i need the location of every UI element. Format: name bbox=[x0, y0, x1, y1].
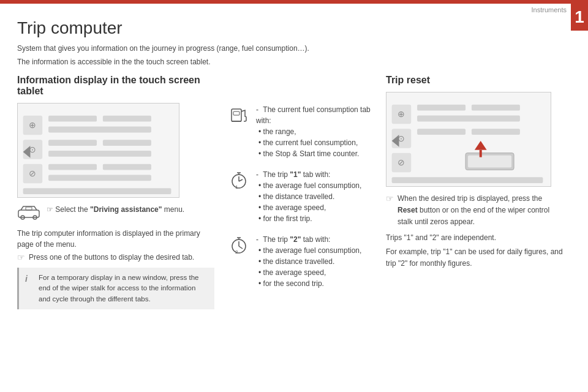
car-instruction-text: ☞ Select the "Driving assistance" menu. bbox=[47, 204, 184, 215]
trip-info-para1: The trip computer information is display… bbox=[17, 228, 214, 250]
svg-rect-46 bbox=[417, 116, 520, 122]
fuel-consumption-text: - The current fuel consumption tab with:… bbox=[256, 104, 374, 159]
svg-rect-12 bbox=[48, 151, 151, 157]
svg-rect-11 bbox=[103, 140, 151, 146]
trip2-item: 2 - The trip "2" tab with: the average f… bbox=[227, 234, 374, 289]
right-section-heading: Trip reset bbox=[386, 75, 564, 86]
svg-rect-37 bbox=[387, 92, 551, 186]
svg-rect-50 bbox=[468, 156, 511, 168]
arrow-icon: ☞ bbox=[17, 252, 25, 262]
svg-rect-23 bbox=[233, 111, 239, 115]
info-box-icon: i bbox=[25, 273, 34, 304]
info-box-text: For a temporary display in a new window,… bbox=[39, 273, 208, 304]
svg-rect-16 bbox=[23, 188, 172, 194]
intro-line2: The information is accessible in the the… bbox=[17, 56, 564, 67]
trips-independent-line: Trips "1" and "2" are independent. bbox=[386, 232, 564, 244]
reset-instruction: ☞ When the desired trip is displayed, pr… bbox=[386, 193, 564, 228]
fuel-consumption-item: - The current fuel consumption tab with:… bbox=[227, 104, 374, 159]
svg-rect-44 bbox=[417, 105, 466, 111]
svg-text:⊕: ⊕ bbox=[398, 109, 405, 119]
svg-rect-13 bbox=[48, 164, 97, 170]
intro-line1: System that gives you information on the… bbox=[17, 43, 564, 54]
svg-rect-48 bbox=[472, 129, 520, 135]
car-instruction-prefix: ☞ Select the bbox=[47, 205, 90, 214]
two-column-layout: Information display in the touch screen … bbox=[17, 75, 564, 309]
car-icon bbox=[17, 204, 42, 223]
svg-rect-52 bbox=[480, 150, 482, 157]
left-section-heading: Information display in the touch screen … bbox=[17, 75, 214, 97]
svg-rect-8 bbox=[103, 116, 151, 122]
dashboard-image: ⊕ ⊙ ⊘ bbox=[17, 103, 179, 198]
timer2-icon: 2 bbox=[227, 234, 251, 255]
svg-rect-10 bbox=[48, 140, 97, 146]
reset-arrow-icon: ☞ bbox=[386, 194, 394, 203]
main-content: Trip computer System that gives you info… bbox=[17, 12, 564, 386]
svg-text:1: 1 bbox=[235, 184, 238, 190]
svg-rect-15 bbox=[48, 175, 151, 181]
svg-text:2: 2 bbox=[235, 249, 238, 255]
svg-line-33 bbox=[239, 246, 243, 249]
svg-rect-47 bbox=[417, 129, 466, 135]
info-box: i For a temporary display in a new windo… bbox=[17, 268, 214, 309]
timer1-icon: 1 bbox=[227, 169, 251, 190]
trip2-text: - The trip "2" tab with: the average fue… bbox=[256, 234, 361, 289]
svg-line-27 bbox=[239, 179, 243, 181]
top-bar bbox=[0, 0, 588, 4]
reset-instruction-text: When the desired trip is displayed, pres… bbox=[398, 193, 564, 228]
svg-text:⊘: ⊘ bbox=[29, 168, 36, 178]
left-column: Information display in the touch screen … bbox=[17, 75, 214, 309]
press-instruction: ☞ Press one of the buttons to display th… bbox=[17, 252, 214, 263]
driving-assistance-label: "Driving assistance" bbox=[90, 205, 162, 214]
trip1-text: - The trip "1" tab with: the average fue… bbox=[256, 169, 361, 224]
svg-rect-45 bbox=[472, 105, 520, 111]
svg-rect-7 bbox=[48, 116, 97, 122]
car-instruction-suffix: menu. bbox=[162, 205, 184, 214]
trip-reset-image: ⊕ ⊙ ⊘ bbox=[386, 92, 551, 187]
svg-rect-9 bbox=[48, 127, 151, 133]
svg-text:⊘: ⊘ bbox=[398, 157, 405, 167]
trips-example-line: For example, trip "1" can be used for da… bbox=[386, 246, 564, 270]
svg-text:⊕: ⊕ bbox=[29, 120, 36, 130]
trip1-item: 1 - The trip "1" tab with: the average f… bbox=[227, 169, 374, 224]
car-instruction: ☞ Select the "Driving assistance" menu. bbox=[17, 204, 214, 223]
svg-rect-53 bbox=[392, 177, 543, 183]
fuel-pump-icon bbox=[227, 104, 251, 125]
center-column: - The current fuel consumption tab with:… bbox=[227, 75, 374, 309]
page-title: Trip computer bbox=[17, 18, 564, 38]
press-instruction-text: Press one of the buttons to display the … bbox=[29, 252, 194, 263]
svg-rect-14 bbox=[103, 164, 151, 170]
right-column: Trip reset ⊕ ⊙ ⊘ bbox=[386, 75, 564, 309]
section-number: 1 bbox=[571, 4, 588, 31]
